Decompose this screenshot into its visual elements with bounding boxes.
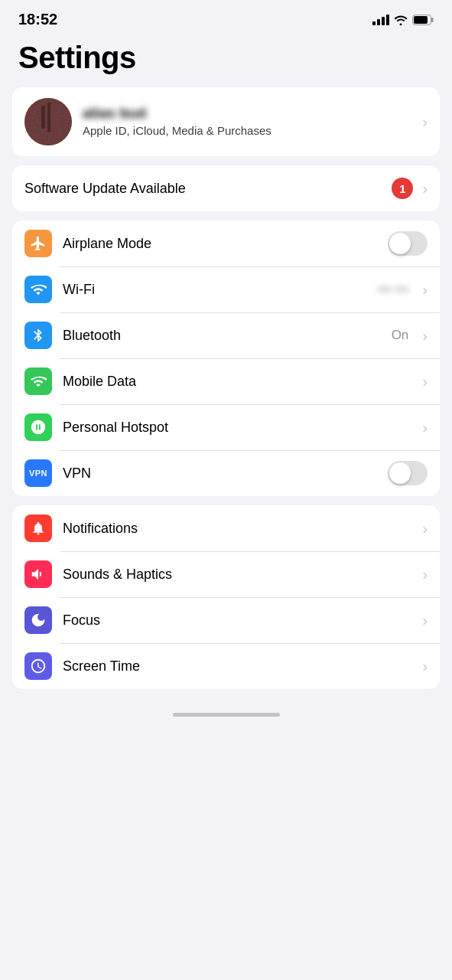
svg-rect-2: [414, 16, 428, 24]
vpn-toggle[interactable]: [388, 461, 428, 485]
bluetooth-label: Bluetooth: [63, 328, 381, 344]
status-icons: [372, 15, 434, 25]
notifications-icon: [24, 514, 52, 542]
software-update-card: Software Update Available 1 ›: [12, 165, 440, 211]
mobile-data-icon: [24, 368, 52, 395]
wifi-settings-icon: [24, 276, 52, 303]
wifi-row[interactable]: Wi-Fi ••• ••• ›: [12, 266, 440, 312]
avatar: [24, 98, 72, 145]
mobile-data-row[interactable]: Mobile Data ›: [12, 358, 440, 404]
svg-rect-1: [431, 18, 434, 22]
airplane-mode-toggle[interactable]: [388, 231, 428, 256]
sounds-icon: [24, 560, 52, 588]
mobile-data-label: Mobile Data: [63, 374, 411, 390]
sounds-label: Sounds & Haptics: [63, 567, 411, 583]
focus-row[interactable]: Focus ›: [12, 597, 440, 643]
focus-label: Focus: [63, 612, 411, 629]
notifications-label: Notifications: [63, 521, 411, 537]
software-update-row[interactable]: Software Update Available 1 ›: [12, 165, 440, 211]
update-chevron: ›: [422, 180, 428, 198]
vpn-label: VPN: [63, 466, 377, 482]
wifi-chevron: ›: [422, 281, 428, 299]
vpn-icon-label: VPN: [29, 469, 47, 478]
update-label: Software Update Available: [24, 181, 382, 197]
wifi-value: ••• •••: [378, 282, 408, 297]
profile-card: alias bud Apple ID, iCloud, Media & Purc…: [12, 87, 440, 156]
vpn-icon: VPN: [24, 459, 52, 487]
page-title: Settings: [18, 41, 434, 75]
hotspot-icon: [24, 413, 52, 441]
notifications-chevron: ›: [422, 520, 428, 537]
hotspot-label: Personal Hotspot: [63, 420, 411, 436]
profile-row[interactable]: alias bud Apple ID, iCloud, Media & Purc…: [12, 87, 440, 156]
screen-time-row[interactable]: Screen Time ›: [12, 643, 440, 689]
wifi-icon: [394, 15, 408, 25]
airplane-mode-row[interactable]: Airplane Mode: [12, 220, 440, 266]
hotspot-chevron: ›: [422, 419, 428, 436]
signal-icon: [372, 15, 389, 25]
page-title-container: Settings: [0, 34, 452, 87]
bluetooth-value: On: [392, 328, 409, 343]
mobile-data-chevron: ›: [422, 373, 428, 390]
airplane-mode-label: Airplane Mode: [63, 236, 377, 252]
svg-rect-7: [47, 102, 50, 132]
screen-time-chevron: ›: [422, 658, 428, 675]
update-badge: 1: [392, 178, 413, 199]
profile-info: alias bud Apple ID, iCloud, Media & Purc…: [83, 105, 411, 139]
status-bar: 18:52: [0, 0, 452, 34]
bluetooth-chevron: ›: [422, 327, 428, 345]
svg-rect-6: [41, 106, 45, 129]
profile-name: alias bud: [83, 105, 411, 122]
notifications-row[interactable]: Notifications ›: [12, 505, 440, 551]
notifications-section: Notifications › Sounds & Haptics › Focus…: [12, 505, 440, 689]
airplane-mode-icon: [24, 230, 52, 257]
sounds-chevron: ›: [422, 566, 428, 583]
connectivity-section: Airplane Mode Wi-Fi ••• ••• › Bluetooth …: [12, 220, 440, 496]
screen-time-label: Screen Time: [63, 658, 411, 675]
battery-icon: [412, 15, 434, 25]
status-time: 18:52: [18, 11, 57, 28]
focus-icon: [24, 606, 52, 634]
focus-chevron: ›: [422, 612, 428, 629]
wifi-label: Wi-Fi: [63, 282, 367, 298]
vpn-knob: [389, 462, 411, 484]
hotspot-row[interactable]: Personal Hotspot ›: [12, 404, 440, 450]
sounds-row[interactable]: Sounds & Haptics ›: [12, 551, 440, 597]
profile-chevron: ›: [422, 113, 428, 131]
profile-subtitle: Apple ID, iCloud, Media & Purchases: [83, 123, 411, 139]
screen-time-icon: [24, 652, 52, 680]
bluetooth-icon: [24, 322, 52, 349]
bluetooth-row[interactable]: Bluetooth On ›: [12, 312, 440, 358]
vpn-row[interactable]: VPN VPN: [12, 450, 440, 496]
home-indicator: [173, 713, 280, 717]
airplane-mode-knob: [389, 233, 411, 254]
